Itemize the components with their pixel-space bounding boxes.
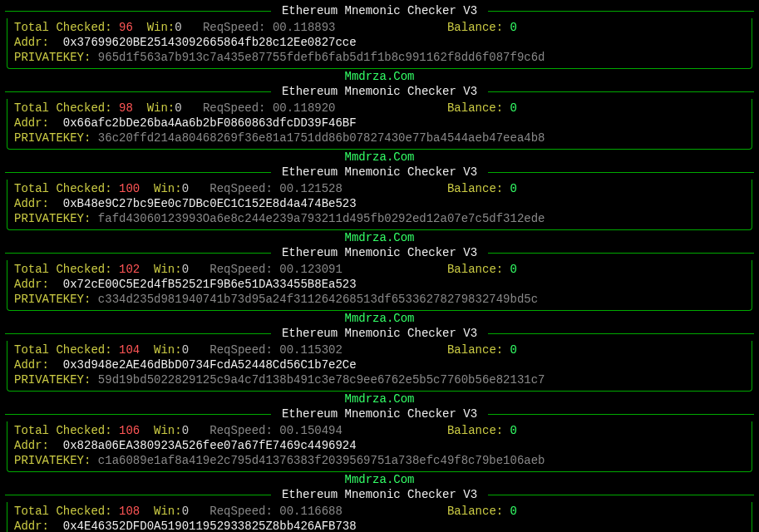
hr-left (5, 333, 271, 334)
label-reqspeed: ReqSpeed: (203, 21, 273, 34)
hr-left (5, 253, 271, 254)
entry-block: Ethereum Mnemonic Checker V3 Total Check… (5, 3, 754, 84)
stats-row: Total Checked: 104 Win:0 ReqSpeed: 00.11… (14, 342, 745, 357)
site-line: Mmdrza.Com (5, 150, 754, 165)
label-balance: Balance: (447, 21, 510, 34)
value-total-checked: 96 (119, 21, 133, 34)
value-balance: 0 (510, 505, 517, 518)
hr-left (5, 495, 271, 495)
value-addr: 0x4E46352DFD0A519011952933825Z8bb426AFB7… (63, 520, 357, 532)
addr-row: Addr: 0xB48e9C27bc9Ee0c7DBc0EC1C152E8d4a… (14, 196, 745, 211)
label-total-checked: Total Checked: (14, 424, 119, 437)
label-balance: Balance: (447, 101, 510, 115)
entry-box: Total Checked: 102 Win:0 ReqSpeed: 00.12… (7, 260, 752, 311)
label-win: Win: (154, 343, 182, 357)
stats-row: Total Checked: 96 Win:0 ReqSpeed: 00.118… (14, 20, 745, 35)
value-reqspeed: 00.118920 (273, 101, 336, 115)
value-win: 0 (175, 101, 181, 115)
hr-right (488, 414, 754, 415)
value-addr: 0x37699620BE25143092665864fb28c12Ee0827c… (63, 36, 357, 49)
entry-block: Ethereum Mnemonic Checker V3 Total Check… (5, 84, 754, 165)
value-win: 0 (182, 424, 189, 437)
stats-row: Total Checked: 102 Win:0 ReqSpeed: 00.12… (14, 262, 745, 277)
label-addr: Addr: (14, 116, 63, 130)
value-balance: 0 (510, 263, 517, 276)
label-balance: Balance: (447, 505, 510, 518)
value-reqspeed: 00.118893 (273, 21, 336, 34)
value-balance: 0 (510, 424, 517, 437)
site-line: Mmdrza.Com (5, 311, 754, 326)
hr-right (488, 11, 754, 12)
entry-box: Total Checked: 100 Win:0 ReqSpeed: 00.12… (7, 180, 752, 230)
hr-right (488, 253, 754, 254)
label-reqspeed: ReqSpeed: (209, 505, 279, 518)
block-title: Ethereum Mnemonic Checker V3 (271, 406, 487, 421)
label-reqspeed: ReqSpeed: (203, 101, 273, 115)
stats-row: Total Checked: 98 Win:0 ReqSpeed: 00.118… (14, 101, 745, 116)
value-addr: 0x66afc2bDe26ba4Aa6b2bF0860863dfcDD39F46… (63, 116, 357, 130)
label-win: Win: (154, 182, 182, 195)
label-addr: Addr: (14, 36, 63, 49)
hr-left (5, 11, 271, 12)
label-addr: Addr: (14, 520, 63, 532)
addr-row: Addr: 0x66afc2bDe26ba4Aa6b2bF0860863dfcD… (14, 116, 745, 131)
label-privatekey: PRIVATEKEY: (14, 454, 98, 467)
value-reqspeed: 00.121528 (279, 182, 343, 195)
value-win: 0 (182, 343, 189, 357)
stats-row: Total Checked: 106 Win:0 ReqSpeed: 00.15… (14, 423, 745, 438)
pk-row: PRIVATEKEY: fafd43060123993Oa6e8c244e239… (14, 211, 745, 226)
block-title-line: Ethereum Mnemonic Checker V3 (5, 326, 754, 341)
entry-block: Ethereum Mnemonic Checker V3 Total Check… (5, 165, 754, 245)
pk-row: PRIVATEKEY: c334d235d981940741b73d95a24f… (14, 292, 745, 307)
label-total-checked: Total Checked: (14, 182, 119, 195)
hr-right (488, 91, 754, 92)
label-reqspeed: ReqSpeed: (209, 343, 279, 357)
value-addr: 0x3d948e2AE46dBbD0734FcdA52448Cd56C1b7e2… (63, 358, 357, 372)
addr-row: Addr: 0x828a06EA380923A526fee07a67fE7469… (14, 438, 745, 453)
value-win: 0 (182, 263, 189, 276)
addr-row: Addr: 0x72cE00C5E2d4fB52521F9B6e51DA3345… (14, 277, 745, 292)
block-title-line: Ethereum Mnemonic Checker V3 (5, 84, 754, 99)
label-addr: Addr: (14, 197, 63, 210)
label-total-checked: Total Checked: (14, 505, 119, 518)
block-title-line: Ethereum Mnemonic Checker V3 (5, 487, 754, 502)
label-privatekey: PRIVATEKEY: (14, 131, 98, 145)
pk-row: PRIVATEKEY: 59d19bd5022829125c9a4c7d138b… (14, 372, 745, 387)
label-balance: Balance: (447, 263, 510, 276)
label-reqspeed: ReqSpeed: (209, 424, 279, 437)
block-title: Ethereum Mnemonic Checker V3 (271, 84, 487, 99)
block-title-line: Ethereum Mnemonic Checker V3 (5, 3, 754, 18)
hr-left (5, 91, 271, 92)
label-privatekey: PRIVATEKEY: (14, 212, 98, 225)
block-title: Ethereum Mnemonic Checker V3 (271, 3, 487, 18)
value-privatekey: c334d235d981940741b73d95a24f311264268513… (98, 293, 538, 306)
hr-left (5, 172, 271, 173)
hr-right (488, 172, 754, 173)
label-balance: Balance: (447, 182, 510, 195)
value-addr: 0x72cE00C5E2d4fB52521F9B6e51DA33455B8Ea5… (63, 278, 357, 291)
value-reqspeed: 00.116688 (279, 505, 343, 518)
value-win: 0 (182, 182, 189, 195)
block-title: Ethereum Mnemonic Checker V3 (271, 487, 487, 502)
value-balance: 0 (510, 343, 517, 357)
value-balance: 0 (510, 101, 517, 115)
label-win: Win: (147, 21, 175, 34)
label-win: Win: (154, 424, 182, 437)
block-title: Ethereum Mnemonic Checker V3 (271, 326, 487, 341)
entry-box: Total Checked: 108 Win:0 ReqSpeed: 00.11… (7, 502, 752, 532)
entry-box: Total Checked: 104 Win:0 ReqSpeed: 00.11… (7, 341, 752, 392)
entry-block: Ethereum Mnemonic Checker V3 Total Check… (5, 487, 754, 532)
pk-row: PRIVATEKEY: 36c20ffd214a80468269f36e81a1… (14, 131, 745, 145)
label-win: Win: (154, 263, 182, 276)
addr-row: Addr: 0x3d948e2AE46dBbD0734FcdA52448Cd56… (14, 357, 745, 372)
stats-row: Total Checked: 108 Win:0 ReqSpeed: 00.11… (14, 504, 745, 519)
entry-block: Ethereum Mnemonic Checker V3 Total Check… (5, 406, 754, 487)
site-line: Mmdrza.Com (5, 69, 754, 84)
value-balance: 0 (510, 21, 517, 34)
pk-row: PRIVATEKEY: c1a6089e1af8a419e2c795d41376… (14, 453, 745, 468)
value-total-checked: 98 (119, 101, 133, 115)
site-line: Mmdrza.Com (5, 230, 754, 245)
value-total-checked: 106 (119, 424, 140, 437)
value-total-checked: 104 (119, 343, 140, 357)
label-privatekey: PRIVATEKEY: (14, 373, 98, 387)
